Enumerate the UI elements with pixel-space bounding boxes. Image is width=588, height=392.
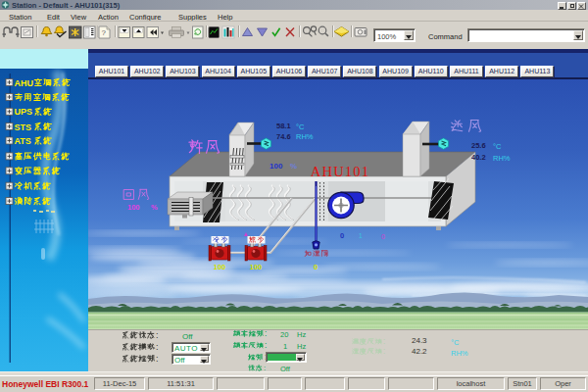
svg-text:100: 100 bbox=[127, 203, 140, 212]
svg-text:%: % bbox=[151, 203, 158, 212]
svg-text:20: 20 bbox=[280, 330, 288, 339]
svg-text:42.2: 42.2 bbox=[412, 347, 427, 356]
svg-text:Off: Off bbox=[182, 332, 193, 341]
svg-text:74.6: 74.6 bbox=[276, 132, 291, 141]
svg-text:?: ? bbox=[102, 28, 107, 37]
svg-text:25.6: 25.6 bbox=[471, 141, 486, 150]
svg-text:100: 100 bbox=[214, 263, 226, 271]
svg-text:1: 1 bbox=[283, 342, 287, 351]
svg-text:°C: °C bbox=[296, 122, 305, 131]
svg-text::: : bbox=[156, 354, 159, 364]
svg-text::: : bbox=[383, 347, 385, 356]
svg-text:AHU: AHU bbox=[15, 78, 34, 88]
svg-text:RH%: RH% bbox=[451, 349, 468, 358]
svg-text:UPS: UPS bbox=[15, 107, 33, 117]
svg-text:Hz: Hz bbox=[297, 342, 306, 351]
svg-text:ATS: ATS bbox=[15, 136, 31, 146]
svg-text:100: 100 bbox=[250, 263, 263, 271]
svg-text:AHU101: AHU101 bbox=[311, 164, 369, 179]
svg-text:1: 1 bbox=[359, 232, 363, 239]
svg-text:%: % bbox=[290, 162, 297, 171]
svg-text:Hz: Hz bbox=[297, 330, 306, 339]
svg-text:40.2: 40.2 bbox=[471, 153, 486, 162]
svg-text:STS: STS bbox=[15, 122, 32, 132]
svg-text:24.3: 24.3 bbox=[412, 336, 427, 345]
svg-text::: : bbox=[265, 341, 267, 350]
svg-text:0: 0 bbox=[381, 233, 385, 240]
svg-text:0: 0 bbox=[340, 231, 344, 240]
svg-text::: : bbox=[265, 329, 267, 338]
svg-text::: : bbox=[156, 342, 159, 352]
svg-text:0: 0 bbox=[314, 263, 318, 271]
svg-text::: : bbox=[383, 337, 385, 346]
svg-text:100: 100 bbox=[270, 162, 283, 171]
svg-text:58.1: 58.1 bbox=[276, 122, 291, 130]
svg-text:RH%: RH% bbox=[493, 154, 511, 163]
svg-text::: : bbox=[156, 330, 159, 340]
svg-text:°C: °C bbox=[451, 338, 460, 347]
svg-text:°C: °C bbox=[493, 142, 502, 151]
svg-text:RH%: RH% bbox=[296, 132, 314, 141]
